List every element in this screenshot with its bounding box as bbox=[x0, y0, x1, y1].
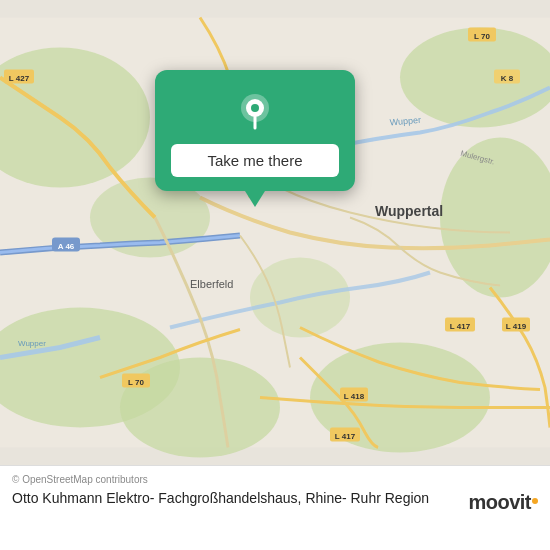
footer-bottom: Otto Kuhmann Elektro- Fachgroßhandelshau… bbox=[12, 489, 538, 514]
svg-text:K 8: K 8 bbox=[501, 74, 514, 83]
location-pin-icon bbox=[233, 90, 277, 134]
app-container: Wupper Wupper A 46 L 427 L 70 bbox=[0, 0, 550, 550]
svg-text:L 417: L 417 bbox=[335, 432, 356, 441]
moovit-dot bbox=[532, 498, 538, 504]
svg-text:L 417: L 417 bbox=[450, 322, 471, 331]
take-me-there-button[interactable]: Take me there bbox=[171, 144, 339, 177]
location-title: Otto Kuhmann Elektro- Fachgroßhandelshau… bbox=[12, 489, 468, 507]
footer: © OpenStreetMap contributors Otto Kuhman… bbox=[0, 465, 550, 550]
svg-text:L 70: L 70 bbox=[128, 378, 144, 387]
svg-text:L 419: L 419 bbox=[506, 322, 527, 331]
svg-text:A 46: A 46 bbox=[58, 242, 75, 251]
moovit-logo: moovit bbox=[468, 491, 538, 514]
attribution-text: © OpenStreetMap contributors bbox=[12, 474, 538, 485]
svg-text:L 70: L 70 bbox=[474, 32, 490, 41]
svg-point-34 bbox=[251, 104, 259, 112]
svg-text:L 427: L 427 bbox=[9, 74, 30, 83]
popup-card: Take me there bbox=[155, 70, 355, 191]
svg-text:Wupper: Wupper bbox=[18, 339, 46, 348]
svg-point-5 bbox=[120, 358, 280, 458]
map-area: Wupper Wupper A 46 L 427 L 70 bbox=[0, 0, 550, 465]
svg-text:Wuppertal: Wuppertal bbox=[375, 203, 443, 219]
moovit-text: moovit bbox=[468, 491, 531, 514]
svg-text:Elberfeld: Elberfeld bbox=[190, 278, 233, 290]
svg-text:L 418: L 418 bbox=[344, 392, 365, 401]
